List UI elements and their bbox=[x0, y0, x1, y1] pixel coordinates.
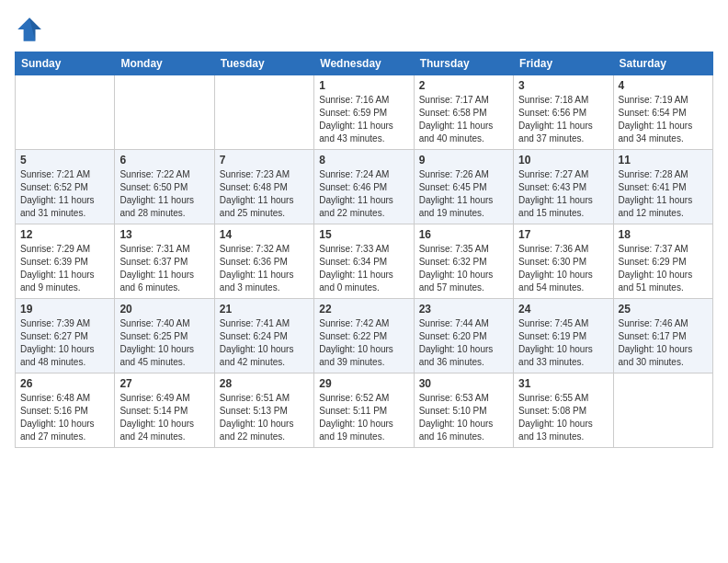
day-info: Sunrise: 7:27 AMSunset: 6:43 PMDaylight:… bbox=[518, 168, 608, 220]
day-number: 31 bbox=[518, 377, 608, 390]
day-info: Sunrise: 7:17 AMSunset: 6:58 PMDaylight:… bbox=[419, 94, 508, 145]
day-number: 26 bbox=[20, 377, 109, 390]
day-info: Sunrise: 7:41 AMSunset: 6:24 PMDaylight:… bbox=[220, 317, 309, 369]
calendar-cell: 13Sunrise: 7:31 AMSunset: 6:37 PMDayligh… bbox=[115, 224, 214, 299]
day-info: Sunrise: 7:33 AMSunset: 6:34 PMDaylight:… bbox=[319, 243, 408, 294]
calendar-week-row: 1Sunrise: 7:16 AMSunset: 6:59 PMDaylight… bbox=[16, 75, 713, 150]
calendar-cell: 31Sunrise: 6:55 AMSunset: 5:08 PMDayligh… bbox=[514, 373, 613, 448]
weekday-header-friday: Friday bbox=[514, 52, 613, 75]
day-info: Sunrise: 7:28 AMSunset: 6:41 PMDaylight:… bbox=[619, 168, 708, 220]
day-number: 14 bbox=[220, 228, 309, 241]
calendar-cell: 16Sunrise: 7:35 AMSunset: 6:32 PMDayligh… bbox=[414, 224, 513, 299]
calendar-cell: 27Sunrise: 6:49 AMSunset: 5:14 PMDayligh… bbox=[115, 373, 214, 448]
calendar-week-row: 5Sunrise: 7:21 AMSunset: 6:52 PMDaylight… bbox=[16, 150, 713, 224]
calendar-cell: 18Sunrise: 7:37 AMSunset: 6:29 PMDayligh… bbox=[613, 224, 712, 299]
calendar-cell: 7Sunrise: 7:23 AMSunset: 6:48 PMDaylight… bbox=[214, 150, 313, 224]
day-info: Sunrise: 6:52 AMSunset: 5:11 PMDaylight:… bbox=[319, 392, 408, 443]
calendar-cell: 26Sunrise: 6:48 AMSunset: 5:16 PMDayligh… bbox=[16, 373, 115, 448]
day-number: 27 bbox=[119, 377, 209, 390]
day-number: 24 bbox=[518, 303, 608, 316]
day-number: 12 bbox=[20, 228, 109, 241]
logo bbox=[15, 15, 48, 44]
day-info: Sunrise: 7:29 AMSunset: 6:39 PMDaylight:… bbox=[20, 243, 109, 294]
calendar-cell: 2Sunrise: 7:17 AMSunset: 6:58 PMDaylight… bbox=[414, 75, 513, 150]
day-number: 30 bbox=[419, 377, 508, 390]
day-number: 20 bbox=[119, 303, 209, 316]
day-info: Sunrise: 7:37 AMSunset: 6:29 PMDaylight:… bbox=[619, 243, 708, 294]
day-info: Sunrise: 7:16 AMSunset: 6:59 PMDaylight:… bbox=[319, 94, 408, 145]
calendar-cell bbox=[613, 373, 712, 448]
calendar-cell: 21Sunrise: 7:41 AMSunset: 6:24 PMDayligh… bbox=[214, 299, 313, 373]
calendar-cell: 10Sunrise: 7:27 AMSunset: 6:43 PMDayligh… bbox=[514, 150, 613, 224]
calendar-cell: 4Sunrise: 7:19 AMSunset: 6:54 PMDaylight… bbox=[613, 75, 712, 150]
calendar-week-row: 26Sunrise: 6:48 AMSunset: 5:16 PMDayligh… bbox=[16, 373, 713, 448]
day-info: Sunrise: 6:48 AMSunset: 5:16 PMDaylight:… bbox=[20, 392, 109, 443]
day-number: 21 bbox=[220, 303, 309, 316]
weekday-header-wednesday: Wednesday bbox=[314, 52, 414, 75]
day-number: 16 bbox=[419, 228, 508, 241]
calendar-cell: 1Sunrise: 7:16 AMSunset: 6:59 PMDaylight… bbox=[314, 75, 414, 150]
logo-icon bbox=[15, 15, 44, 44]
weekday-header-thursday: Thursday bbox=[414, 52, 513, 75]
day-number: 11 bbox=[619, 154, 708, 167]
weekday-header-monday: Monday bbox=[115, 52, 214, 75]
day-number: 10 bbox=[518, 154, 608, 167]
calendar-cell: 19Sunrise: 7:39 AMSunset: 6:27 PMDayligh… bbox=[16, 299, 115, 373]
day-info: Sunrise: 7:45 AMSunset: 6:19 PMDaylight:… bbox=[518, 317, 608, 369]
day-number: 15 bbox=[319, 228, 408, 241]
day-info: Sunrise: 7:23 AMSunset: 6:48 PMDaylight:… bbox=[220, 168, 309, 220]
day-info: Sunrise: 7:22 AMSunset: 6:50 PMDaylight:… bbox=[119, 168, 209, 220]
calendar-cell: 3Sunrise: 7:18 AMSunset: 6:56 PMDaylight… bbox=[514, 75, 613, 150]
day-info: Sunrise: 7:31 AMSunset: 6:37 PMDaylight:… bbox=[119, 243, 209, 294]
calendar-cell: 25Sunrise: 7:46 AMSunset: 6:17 PMDayligh… bbox=[613, 299, 712, 373]
day-info: Sunrise: 7:18 AMSunset: 6:56 PMDaylight:… bbox=[518, 94, 608, 145]
calendar-cell: 17Sunrise: 7:36 AMSunset: 6:30 PMDayligh… bbox=[514, 224, 613, 299]
day-number: 22 bbox=[319, 303, 408, 316]
day-number: 19 bbox=[20, 303, 109, 316]
day-info: Sunrise: 6:53 AMSunset: 5:10 PMDaylight:… bbox=[419, 392, 508, 443]
calendar-cell: 6Sunrise: 7:22 AMSunset: 6:50 PMDaylight… bbox=[115, 150, 214, 224]
day-info: Sunrise: 7:36 AMSunset: 6:30 PMDaylight:… bbox=[518, 243, 608, 294]
calendar-week-row: 12Sunrise: 7:29 AMSunset: 6:39 PMDayligh… bbox=[16, 224, 713, 299]
day-number: 4 bbox=[619, 79, 708, 92]
day-number: 7 bbox=[220, 154, 309, 167]
calendar-cell bbox=[214, 75, 313, 150]
day-info: Sunrise: 7:19 AMSunset: 6:54 PMDaylight:… bbox=[619, 94, 708, 145]
calendar-cell: 28Sunrise: 6:51 AMSunset: 5:13 PMDayligh… bbox=[214, 373, 313, 448]
calendar-cell: 30Sunrise: 6:53 AMSunset: 5:10 PMDayligh… bbox=[414, 373, 513, 448]
day-info: Sunrise: 7:24 AMSunset: 6:46 PMDaylight:… bbox=[319, 168, 408, 220]
calendar-cell: 23Sunrise: 7:44 AMSunset: 6:20 PMDayligh… bbox=[414, 299, 513, 373]
day-number: 18 bbox=[619, 228, 708, 241]
day-number: 8 bbox=[319, 154, 408, 167]
calendar-header-row: SundayMondayTuesdayWednesdayThursdayFrid… bbox=[16, 52, 713, 75]
day-number: 9 bbox=[419, 154, 508, 167]
calendar-cell: 15Sunrise: 7:33 AMSunset: 6:34 PMDayligh… bbox=[314, 224, 414, 299]
calendar-cell: 14Sunrise: 7:32 AMSunset: 6:36 PMDayligh… bbox=[214, 224, 313, 299]
day-number: 5 bbox=[20, 154, 109, 167]
day-info: Sunrise: 7:42 AMSunset: 6:22 PMDaylight:… bbox=[319, 317, 408, 369]
weekday-header-tuesday: Tuesday bbox=[214, 52, 313, 75]
day-info: Sunrise: 6:51 AMSunset: 5:13 PMDaylight:… bbox=[220, 392, 309, 443]
day-info: Sunrise: 7:44 AMSunset: 6:20 PMDaylight:… bbox=[419, 317, 508, 369]
calendar-cell: 22Sunrise: 7:42 AMSunset: 6:22 PMDayligh… bbox=[314, 299, 414, 373]
day-info: Sunrise: 6:55 AMSunset: 5:08 PMDaylight:… bbox=[518, 392, 608, 443]
day-number: 29 bbox=[319, 377, 408, 390]
weekday-header-saturday: Saturday bbox=[613, 52, 712, 75]
day-number: 13 bbox=[119, 228, 209, 241]
calendar-week-row: 19Sunrise: 7:39 AMSunset: 6:27 PMDayligh… bbox=[16, 299, 713, 373]
calendar-cell: 29Sunrise: 6:52 AMSunset: 5:11 PMDayligh… bbox=[314, 373, 414, 448]
day-number: 23 bbox=[419, 303, 508, 316]
day-info: Sunrise: 7:21 AMSunset: 6:52 PMDaylight:… bbox=[20, 168, 109, 220]
day-number: 25 bbox=[619, 303, 708, 316]
calendar-cell: 5Sunrise: 7:21 AMSunset: 6:52 PMDaylight… bbox=[16, 150, 115, 224]
calendar-cell: 24Sunrise: 7:45 AMSunset: 6:19 PMDayligh… bbox=[514, 299, 613, 373]
day-number: 1 bbox=[319, 79, 408, 92]
day-number: 2 bbox=[419, 79, 508, 92]
calendar-cell: 12Sunrise: 7:29 AMSunset: 6:39 PMDayligh… bbox=[16, 224, 115, 299]
calendar-cell: 11Sunrise: 7:28 AMSunset: 6:41 PMDayligh… bbox=[613, 150, 712, 224]
weekday-header-sunday: Sunday bbox=[16, 52, 115, 75]
day-info: Sunrise: 7:40 AMSunset: 6:25 PMDaylight:… bbox=[119, 317, 209, 369]
calendar-cell: 8Sunrise: 7:24 AMSunset: 6:46 PMDaylight… bbox=[314, 150, 414, 224]
day-number: 3 bbox=[518, 79, 608, 92]
calendar-table: SundayMondayTuesdayWednesdayThursdayFrid… bbox=[15, 52, 713, 448]
